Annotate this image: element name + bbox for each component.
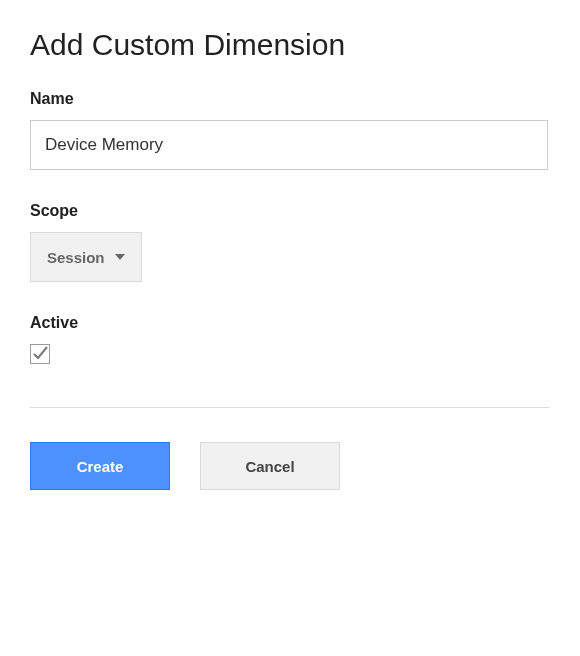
name-input[interactable]	[30, 120, 548, 170]
active-field-group: Active	[30, 314, 550, 367]
button-row: Create Cancel	[30, 442, 550, 490]
name-field-group: Name	[30, 90, 550, 170]
scope-field-group: Scope Session	[30, 202, 550, 282]
active-checkbox[interactable]	[30, 344, 50, 364]
cancel-button[interactable]: Cancel	[200, 442, 340, 490]
create-button[interactable]: Create	[30, 442, 170, 490]
caret-down-icon	[115, 254, 125, 260]
active-label: Active	[30, 314, 550, 332]
scope-selected-value: Session	[47, 249, 105, 266]
checkmark-icon	[31, 345, 49, 363]
divider	[30, 407, 550, 408]
scope-dropdown[interactable]: Session	[30, 232, 142, 282]
name-label: Name	[30, 90, 550, 108]
svg-marker-0	[115, 254, 125, 260]
scope-label: Scope	[30, 202, 550, 220]
page-title: Add Custom Dimension	[30, 28, 550, 62]
